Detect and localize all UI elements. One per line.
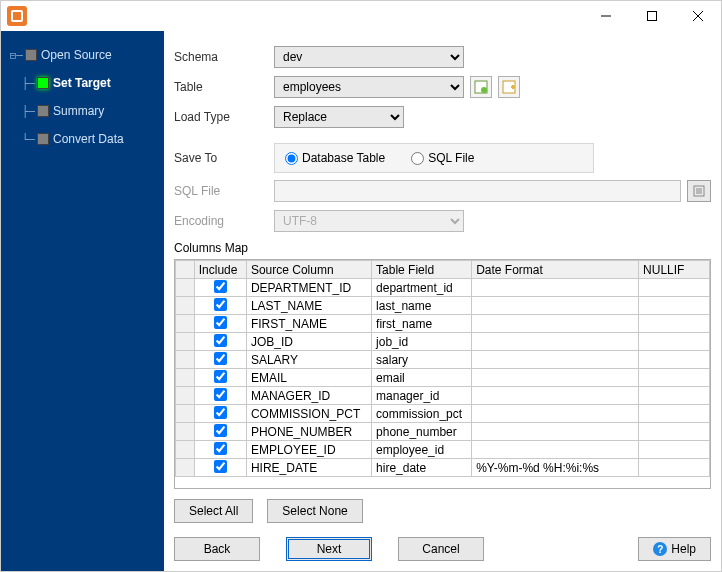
- nullif-cell[interactable]: [639, 387, 710, 405]
- sidebar-item-summary[interactable]: ├─ Summary: [1, 97, 164, 125]
- field-cell[interactable]: job_id: [372, 333, 472, 351]
- include-checkbox[interactable]: [214, 388, 227, 401]
- field-cell[interactable]: commission_pct: [372, 405, 472, 423]
- grid-header-include[interactable]: Include: [194, 261, 246, 279]
- include-checkbox[interactable]: [214, 298, 227, 311]
- include-checkbox[interactable]: [214, 460, 227, 473]
- nullif-cell[interactable]: [639, 351, 710, 369]
- nullif-cell[interactable]: [639, 315, 710, 333]
- include-checkbox[interactable]: [214, 424, 227, 437]
- nullif-cell[interactable]: [639, 369, 710, 387]
- row-header[interactable]: [176, 315, 195, 333]
- include-cell[interactable]: [194, 405, 246, 423]
- grid-header-source[interactable]: Source Column: [246, 261, 371, 279]
- table-row[interactable]: SALARYsalary: [176, 351, 710, 369]
- back-button[interactable]: Back: [174, 537, 260, 561]
- source-cell[interactable]: HIRE_DATE: [246, 459, 371, 477]
- loadtype-select[interactable]: Replace: [274, 106, 404, 128]
- include-checkbox[interactable]: [214, 370, 227, 383]
- field-cell[interactable]: employee_id: [372, 441, 472, 459]
- saveto-radio-db[interactable]: Database Table: [285, 151, 385, 165]
- include-cell[interactable]: [194, 423, 246, 441]
- field-cell[interactable]: salary: [372, 351, 472, 369]
- row-header[interactable]: [176, 351, 195, 369]
- include-cell[interactable]: [194, 351, 246, 369]
- date-cell[interactable]: [472, 369, 639, 387]
- date-cell[interactable]: [472, 333, 639, 351]
- date-cell[interactable]: [472, 315, 639, 333]
- source-cell[interactable]: SALARY: [246, 351, 371, 369]
- row-header[interactable]: [176, 297, 195, 315]
- columns-map-grid[interactable]: Include Source Column Table Field Date F…: [174, 259, 711, 489]
- include-cell[interactable]: [194, 387, 246, 405]
- table-row[interactable]: LAST_NAMElast_name: [176, 297, 710, 315]
- nullif-cell[interactable]: [639, 405, 710, 423]
- schema-select[interactable]: dev: [274, 46, 464, 68]
- date-cell[interactable]: [472, 351, 639, 369]
- grid-header-nullif[interactable]: NULLIF: [639, 261, 710, 279]
- grid-header-date[interactable]: Date Format: [472, 261, 639, 279]
- nullif-cell[interactable]: [639, 423, 710, 441]
- date-cell[interactable]: [472, 423, 639, 441]
- grid-header-field[interactable]: Table Field: [372, 261, 472, 279]
- close-button[interactable]: [675, 1, 721, 31]
- table-row[interactable]: JOB_IDjob_id: [176, 333, 710, 351]
- include-checkbox[interactable]: [214, 406, 227, 419]
- sidebar-item-convert-data[interactable]: └─ Convert Data: [1, 125, 164, 153]
- include-cell[interactable]: [194, 315, 246, 333]
- source-cell[interactable]: EMAIL: [246, 369, 371, 387]
- minimize-button[interactable]: [583, 1, 629, 31]
- include-checkbox[interactable]: [214, 334, 227, 347]
- include-checkbox[interactable]: [214, 352, 227, 365]
- row-header[interactable]: [176, 333, 195, 351]
- include-cell[interactable]: [194, 279, 246, 297]
- date-cell[interactable]: [472, 405, 639, 423]
- help-button[interactable]: ? Help: [638, 537, 711, 561]
- nullif-cell[interactable]: [639, 441, 710, 459]
- source-cell[interactable]: FIRST_NAME: [246, 315, 371, 333]
- field-cell[interactable]: email: [372, 369, 472, 387]
- maximize-button[interactable]: [629, 1, 675, 31]
- source-cell[interactable]: EMPLOYEE_ID: [246, 441, 371, 459]
- include-checkbox[interactable]: [214, 442, 227, 455]
- source-cell[interactable]: MANAGER_ID: [246, 387, 371, 405]
- include-checkbox[interactable]: [214, 316, 227, 329]
- nullif-cell[interactable]: [639, 297, 710, 315]
- nullif-cell[interactable]: [639, 459, 710, 477]
- refresh-table-button[interactable]: [470, 76, 492, 98]
- date-cell[interactable]: [472, 297, 639, 315]
- row-header[interactable]: [176, 279, 195, 297]
- table-row[interactable]: EMPLOYEE_IDemployee_id: [176, 441, 710, 459]
- table-row[interactable]: DEPARTMENT_IDdepartment_id: [176, 279, 710, 297]
- include-cell[interactable]: [194, 441, 246, 459]
- table-row[interactable]: COMMISSION_PCTcommission_pct: [176, 405, 710, 423]
- table-row[interactable]: EMAILemail: [176, 369, 710, 387]
- include-cell[interactable]: [194, 333, 246, 351]
- source-cell[interactable]: DEPARTMENT_ID: [246, 279, 371, 297]
- saveto-radio-sql-input[interactable]: [411, 152, 424, 165]
- row-header[interactable]: [176, 369, 195, 387]
- row-header[interactable]: [176, 387, 195, 405]
- table-row[interactable]: PHONE_NUMBERphone_number: [176, 423, 710, 441]
- cancel-button[interactable]: Cancel: [398, 537, 484, 561]
- select-none-button[interactable]: Select None: [267, 499, 362, 523]
- include-cell[interactable]: [194, 369, 246, 387]
- include-checkbox[interactable]: [214, 280, 227, 293]
- sidebar-item-set-target[interactable]: ├─ Set Target: [1, 69, 164, 97]
- saveto-radio-sql[interactable]: SQL File: [411, 151, 474, 165]
- field-cell[interactable]: phone_number: [372, 423, 472, 441]
- field-cell[interactable]: last_name: [372, 297, 472, 315]
- select-all-button[interactable]: Select All: [174, 499, 253, 523]
- date-cell[interactable]: [472, 279, 639, 297]
- field-cell[interactable]: hire_date: [372, 459, 472, 477]
- row-header[interactable]: [176, 423, 195, 441]
- field-cell[interactable]: department_id: [372, 279, 472, 297]
- sidebar-item-open-source[interactable]: ⊟─ Open Source: [1, 41, 164, 69]
- next-button[interactable]: Next: [286, 537, 372, 561]
- source-cell[interactable]: PHONE_NUMBER: [246, 423, 371, 441]
- source-cell[interactable]: LAST_NAME: [246, 297, 371, 315]
- row-header[interactable]: [176, 459, 195, 477]
- include-cell[interactable]: [194, 459, 246, 477]
- date-cell[interactable]: [472, 441, 639, 459]
- new-table-button[interactable]: [498, 76, 520, 98]
